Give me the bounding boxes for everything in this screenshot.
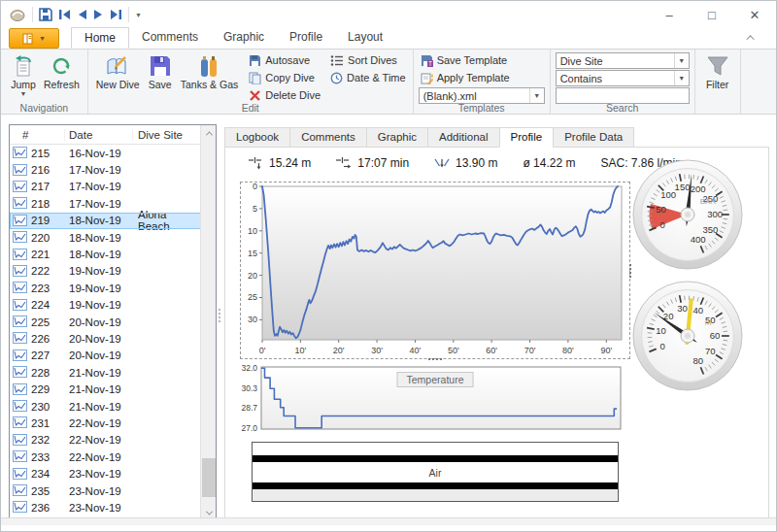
chevron-down-icon: ▼ [39,36,46,42]
ribbon: Jump ▼ Refresh Navigation New Dive [1,50,776,115]
close-button[interactable]: ✕ [733,1,776,28]
filter-button[interactable]: Filter [700,51,735,110]
dive-number: 221 [31,249,65,260]
tank-pressure-bar-top [253,455,618,462]
scrollbar-thumb[interactable] [202,458,216,497]
ribbon-tab-graphic[interactable]: Graphic [211,27,277,49]
apply-template-icon [421,72,433,84]
date-time-button[interactable]: Date & Time [328,69,408,86]
list-item[interactable]: 22921-Nov-19 [10,381,201,397]
ribbon-tab-home[interactable]: Home [71,27,129,49]
minimize-button[interactable]: – [648,1,691,28]
svg-text:20: 20 [248,271,257,281]
svg-text:10: 10 [656,325,666,336]
new-dive-label: New Dive [96,80,140,91]
search-field-select[interactable]: Dive Site ▼ [556,52,690,69]
dive-date: 22-Nov-19 [65,451,133,463]
stat-dive-time: 17:07 min [336,156,409,170]
list-item[interactable]: 23322-Nov-19 [10,449,201,465]
ribbon-tab-layout[interactable]: Layout [335,27,395,49]
new-dive-icon [105,52,130,80]
tab-profile-data[interactable]: Profile Data [553,127,634,148]
dive-profile-icon [13,501,28,514]
menu-arrow-icon[interactable]: ▼ [135,12,142,18]
list-item[interactable]: 23623-Nov-19 [10,499,201,515]
column-header-site[interactable]: Dive Site [133,129,201,141]
sort-dives-button[interactable]: Sort Dives [328,51,408,69]
depth-profile-chart[interactable]: 0510152025300'10'20'30'40'50'60'70'80'90… [240,182,630,359]
list-item[interactable]: 21717-Nov-19 [10,179,201,195]
list-item[interactable]: 22620-Nov-19 [10,330,201,347]
list-item[interactable]: 22319-Nov-19 [10,280,201,296]
list-item[interactable]: 22118-Nov-19 [10,246,201,262]
svg-text:150: 150 [675,182,691,192]
dive-list-scrollbar[interactable] [200,125,216,520]
svg-text:60: 60 [710,330,721,341]
svg-text:60': 60' [486,346,497,355]
save-icon[interactable] [39,8,52,21]
tab-comments[interactable]: Comments [289,127,367,148]
list-item[interactable]: 22520-Nov-19 [10,314,201,330]
collapse-ribbon-button[interactable] [745,31,759,45]
list-item[interactable]: 23423-Nov-19 [10,465,201,482]
tab-additional[interactable]: Additional [427,127,500,148]
save-dive-label: Save [149,80,172,91]
scroll-up-icon[interactable] [201,125,217,141]
tab-graphic[interactable]: Graphic [366,127,428,148]
selection-handle[interactable] [428,358,442,360]
list-item[interactable]: 21516-Nov-19 [10,145,201,161]
svg-text:40': 40' [410,346,422,355]
tab-profile[interactable]: Profile [499,127,555,148]
column-header-number[interactable]: # [10,129,65,141]
jump-button[interactable]: Jump ▼ [6,51,41,110]
first-record-icon[interactable] [58,9,71,20]
previous-record-icon[interactable] [77,9,87,20]
refresh-button[interactable]: Refresh [41,51,83,110]
list-item[interactable]: 22720-Nov-19 [10,348,201,364]
list-item[interactable]: 22219-Nov-19 [10,263,201,280]
dive-profile-icon [13,164,28,177]
list-item[interactable]: 21918-Nov-19Alona Beach [10,213,201,229]
list-item[interactable]: 23523-Nov-19 [10,482,201,499]
dive-profile-icon [13,249,28,261]
save-dive-button[interactable]: Save [143,51,178,110]
stat-dive-time-value: 17:07 min [357,156,409,170]
autosave-button[interactable]: Autosave [247,51,322,69]
ribbon-group-edit: New Dive Save Tanks & Gas Autosave [88,50,414,114]
next-record-icon[interactable] [93,9,104,20]
selection-handle[interactable] [629,264,631,278]
copy-dive-button[interactable]: Copy Dive [247,69,322,86]
list-item[interactable]: 22419-Nov-19 [10,297,201,314]
dive-date: 20-Nov-19 [65,349,133,361]
list-item[interactable]: 23122-Nov-19 [10,415,201,431]
apply-template-button[interactable]: Apply Template [419,69,545,86]
dive-date: 22-Nov-19 [65,417,133,429]
last-record-icon[interactable] [110,9,122,20]
ribbon-tab-comments[interactable]: Comments [129,27,211,49]
ribbon-tab-profile[interactable]: Profile [277,27,335,49]
search-operator-value: Contains [560,73,602,84]
tank-pressure-panel[interactable]: Air [252,442,619,502]
application-menu-button[interactable]: ▼ [9,28,59,49]
list-item[interactable]: 21617-Nov-19 [10,161,201,178]
column-header-date[interactable]: Date [65,129,133,141]
dive-date: 18-Nov-19 [65,215,133,226]
panel-splitter[interactable] [219,309,220,322]
maximize-button[interactable]: □ [691,1,733,28]
max-depth-icon [249,156,263,170]
search-operator-select[interactable]: Contains ▼ [556,70,690,86]
list-item[interactable]: 23021-Nov-19 [10,398,201,415]
temperature-chart[interactable]: 32.030.328.727.0 Temperature [240,365,630,435]
group-label-templates: Templates [414,102,550,114]
group-label-edit: Edit [88,102,413,114]
chevron-down-icon: ▼ [674,53,689,68]
depth-gauge: 01020304050607080m [632,281,743,391]
new-dive-button[interactable]: New Dive [93,51,143,110]
tanks-gas-button[interactable]: Tanks & Gas [178,51,242,110]
dive-number: 231 [31,417,65,429]
tab-logbook[interactable]: Logbook [224,127,290,148]
save-template-button[interactable]: T Save Template [419,51,545,69]
dive-profile-icon [13,383,28,396]
list-item[interactable]: 22821-Nov-19 [10,364,201,381]
list-item[interactable]: 23222-Nov-19 [10,432,201,449]
